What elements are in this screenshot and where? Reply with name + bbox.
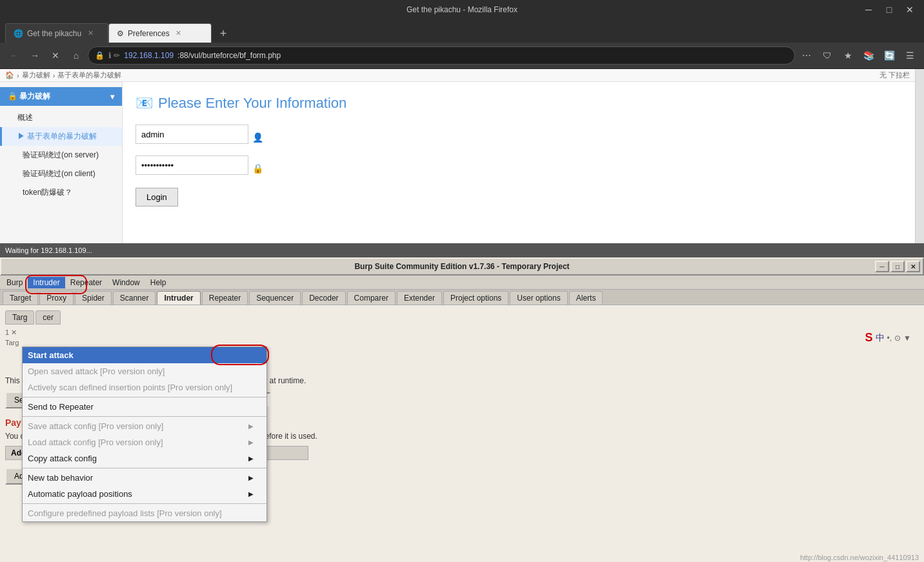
sidebar-label-token: token防爆破？ (23, 188, 72, 197)
sidebar-toggle[interactable]: 📚 (859, 46, 878, 65)
tab-scanner[interactable]: Scanner (113, 291, 156, 305)
tab-pikachu-close[interactable]: ✕ (85, 28, 95, 39)
more-button[interactable]: ⋯ (798, 46, 816, 65)
subtab-target[interactable]: Targ (5, 310, 34, 325)
tab-user-options[interactable]: User options (510, 291, 567, 305)
burp-content-area: Targ cer 1 ✕ Targ 1 ✕ [§ admin §] (appro… (0, 305, 924, 562)
nav-bar: ← → ✕ ⌂ 🔒 ℹ ✏ 192.168.1.109 :88/vul/burt… (0, 43, 924, 68)
ctx-start-attack[interactable]: Start attack (23, 347, 266, 363)
tab-repeater[interactable]: Repeater (202, 291, 248, 305)
scrollbar[interactable] (915, 69, 924, 243)
security-icon: 🔒 (95, 51, 105, 60)
tab-extender[interactable]: Extender (397, 291, 442, 305)
ctx-new-tab[interactable]: New tab behavior ▶ (23, 470, 266, 486)
ctx-open-saved-label: Open saved attack [Pro version only] (28, 366, 165, 376)
burp-title-text: Burp Suite Community Edition v1.7.36 - T… (354, 262, 569, 271)
tab-sequencer[interactable]: Sequencer (249, 291, 301, 305)
new-tab-button[interactable]: + (214, 25, 232, 43)
bullet-icon: •, (887, 334, 892, 343)
tab-bar: 🌐 Get the pikachu ✕ ⚙ Preferences ✕ + (0, 19, 924, 43)
submit-row: Login (136, 188, 911, 206)
os-maximize-button[interactable]: □ (880, 1, 898, 19)
ctx-send-repeater[interactable]: Send to Repeater (23, 399, 266, 415)
os-minimize-button[interactable]: ─ (859, 1, 878, 19)
ctx-send-repeater-label: Send to Repeater (28, 402, 94, 412)
menu-repeater-label: Repeater (70, 278, 102, 287)
login-button[interactable]: Login (136, 188, 178, 206)
tab-target[interactable]: Target (3, 291, 38, 305)
menu-repeater[interactable]: Repeater (65, 277, 107, 288)
breadcrumb-bruteforce: 暴力破解 (22, 70, 50, 80)
tab-preferences[interactable]: ⚙ Preferences ✕ (108, 23, 212, 43)
shield-icon[interactable]: 🛡 (818, 46, 836, 65)
sidebar-header-text: 🔒 暴力破解 (8, 91, 50, 102)
reload-button[interactable]: ✕ (46, 46, 65, 65)
ctx-copy-config[interactable]: Copy attack config ▶ (23, 450, 266, 467)
ctx-copy-config-arrow: ▶ (248, 455, 254, 462)
burp-maximize-button[interactable]: □ (890, 261, 905, 272)
menu-burp[interactable]: Burp (1, 277, 28, 288)
ctx-separator-1 (23, 397, 266, 397)
forward-button[interactable]: → (26, 46, 44, 65)
breadcrumb-bar: 🏠 › 暴力破解 › 基于表单的暴力破解 无 下拉栏 (0, 69, 915, 82)
menu-help[interactable]: Help (145, 277, 172, 288)
address-path: :88/vul/burteforce/bf_form.php (177, 51, 281, 60)
back-button[interactable]: ← (5, 46, 23, 65)
bottom-link-text: http://blog.csdn.ne/wozixin_44110913 (800, 554, 919, 561)
web-sidebar: 🔒 暴力破解 ▾ 概述 ▶ 基于表单的暴力破解 验证码绕过(on server)… (0, 82, 123, 243)
burp-menubar: Burp Intruder Repeater Window Help (0, 276, 924, 290)
username-input[interactable] (136, 125, 248, 144)
ctx-load-config: Load attack config [Pro version only] ▶ (23, 434, 266, 450)
username-row: 👤 (136, 125, 911, 150)
menu-window[interactable]: Window (107, 277, 145, 288)
ctx-auto-payload-label: Automatic payload positions (28, 489, 132, 499)
sidebar-item-form-bruteforce[interactable]: ▶ 基于表单的暴力破解 (0, 127, 122, 146)
tab-repeater-label: Repeater (209, 294, 241, 303)
tab-alerts[interactable]: Alerts (569, 291, 603, 305)
title-icon: 📧 (136, 95, 153, 112)
tab-user-options-label: User options (517, 294, 560, 303)
sidebar-item-captcha-server[interactable]: 验证码绕过(on server) (0, 146, 122, 165)
subtab-positions[interactable]: cer (35, 310, 61, 325)
tab-pikachu[interactable]: 🌐 Get the pikachu ✕ (5, 23, 108, 43)
sidebar-item-overview[interactable]: 概述 (0, 108, 122, 127)
ctx-predefined-label: Configure predefined payload lists [Pro … (28, 508, 222, 518)
sidebar-label-overview: 概述 (17, 113, 33, 122)
tab-intruder[interactable]: Intruder (157, 291, 200, 305)
os-close-button[interactable]: ✕ (901, 1, 919, 19)
login-button-label: Login (146, 192, 167, 202)
ctx-new-tab-label: New tab behavior (28, 473, 93, 483)
ctx-save-config: Save attack config [Pro version only] ▶ (23, 418, 266, 434)
sidebar-header[interactable]: 🔒 暴力破解 ▾ (0, 87, 122, 106)
os-titlebar: Get the pikachu - Mozilla Firefox ─ □ ✕ (0, 0, 924, 19)
sidebar-item-token[interactable]: token防爆破？ (0, 183, 122, 202)
tab-preferences-close[interactable]: ✕ (174, 28, 184, 39)
tab-proxy[interactable]: Proxy (39, 291, 74, 305)
sidebar-item-captcha-client[interactable]: 验证码绕过(on client) (0, 165, 122, 183)
home-button[interactable]: ⌂ (67, 46, 85, 65)
bookmark-button[interactable]: ★ (839, 46, 857, 65)
tab-project-options[interactable]: Project options (443, 291, 508, 305)
bottom-link: http://blog.csdn.ne/wozixin_44110913 (800, 554, 919, 561)
tab-comparer[interactable]: Comparer (347, 291, 396, 305)
context-menu: Start attack Open saved attack [Pro vers… (22, 346, 267, 522)
tab-spider-label: Spider (82, 294, 105, 303)
status-text: Waiting for 192.168.1.109... (5, 246, 92, 254)
sync-icon[interactable]: 🔄 (880, 46, 898, 65)
password-input[interactable] (136, 156, 248, 175)
burp-suite-window: Burp Suite Community Edition v1.7.36 - T… (0, 257, 924, 562)
menu-button[interactable]: ☰ (901, 46, 919, 65)
tab-spider[interactable]: Spider (75, 291, 112, 305)
ctx-auto-payload[interactable]: Automatic payload positions ▶ (23, 486, 266, 502)
menu-intruder[interactable]: Intruder (28, 277, 65, 288)
ctx-new-tab-arrow: ▶ (248, 474, 254, 481)
tab-decoder[interactable]: Decoder (302, 291, 345, 305)
burp-close-button[interactable]: ✕ (906, 261, 920, 272)
burp-minimize-button[interactable]: ─ (875, 261, 889, 272)
tab-extender-label: Extender (404, 294, 435, 303)
ctx-scan-label: Actively scan defined insertion points [… (28, 383, 232, 392)
lock-icon: 🔒 (252, 163, 263, 174)
menu-help-label: Help (150, 278, 166, 287)
address-bar[interactable]: 🔒 ℹ ✏ 192.168.1.109 :88/vul/burteforce/b… (88, 46, 795, 65)
tab-preferences-icon: ⚙ (117, 29, 124, 38)
